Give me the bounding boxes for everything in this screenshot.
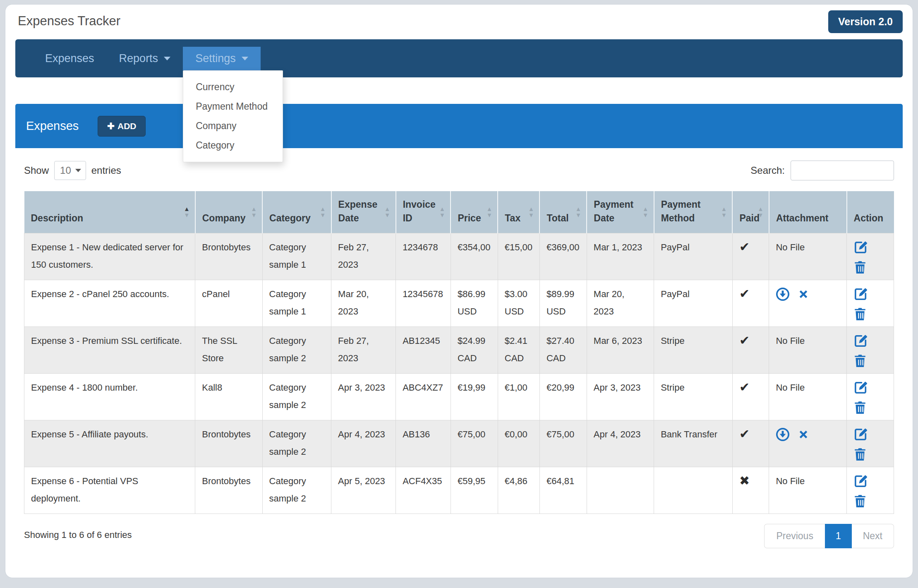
cell-expense-date: Apr 3, 2023 xyxy=(331,373,396,420)
edit-button[interactable] xyxy=(853,240,868,254)
cell-payment-date: Mar 20, 2023 xyxy=(587,280,654,326)
nav-settings-wrap: Settings Currency Payment Method Company… xyxy=(183,47,261,70)
column-header-price[interactable]: Price ▲▼ xyxy=(451,191,498,233)
delete-button[interactable] xyxy=(853,401,867,415)
expenses-panel-header: Expenses ✚ ADD xyxy=(15,104,903,148)
cell-invoice-id: AB136 xyxy=(396,420,451,467)
nav-item-settings[interactable]: Settings xyxy=(183,47,261,70)
cell-description: Expense 4 - 1800 number. xyxy=(24,373,195,420)
column-header-tax[interactable]: Tax ▲▼ xyxy=(498,191,539,233)
edit-button[interactable] xyxy=(853,427,868,442)
sort-arrows-icon: ▲▼ xyxy=(575,206,581,218)
nav-item-expenses[interactable]: Expenses xyxy=(33,47,107,70)
cell-tax: €1,00 xyxy=(498,373,539,420)
cell-company: cPanel xyxy=(195,280,262,326)
column-header-action: Action xyxy=(847,191,894,233)
pagination-next-button[interactable]: Next xyxy=(852,524,894,548)
column-header-payment-date[interactable]: Payment Date ▲▼ xyxy=(587,191,654,233)
column-header-paid[interactable]: Paid ▲▼ xyxy=(732,191,769,233)
search-input[interactable] xyxy=(791,161,894,180)
delete-button[interactable] xyxy=(853,494,867,508)
cell-payment-method: Stripe xyxy=(654,373,733,420)
paid-check-icon: ✔ xyxy=(739,287,750,300)
page-length-select[interactable]: 10 xyxy=(54,161,86,180)
sort-arrows-icon: ▲▼ xyxy=(184,206,190,218)
cell-company: Kall8 xyxy=(195,373,262,420)
delete-button[interactable] xyxy=(853,447,867,461)
cell-paid: ✔ xyxy=(732,280,769,326)
column-header-invoice-id[interactable]: Invoice ID ▲▼ xyxy=(396,191,451,233)
cell-description: Expense 6 - Potential VPS deployment. xyxy=(24,467,195,514)
column-header-description[interactable]: Description ▲▼ xyxy=(24,191,195,233)
cell-tax: €0,00 xyxy=(498,420,539,467)
cell-tax: $2.41 CAD xyxy=(498,326,539,373)
cell-paid: ✔ xyxy=(732,373,769,420)
column-header-company[interactable]: Company ▲▼ xyxy=(195,191,262,233)
column-header-total[interactable]: Total ▲▼ xyxy=(539,191,587,233)
table-row: Expense 6 - Potential VPS deployment. Br… xyxy=(24,467,894,514)
cell-category: Category sample 2 xyxy=(262,326,331,373)
cell-company: Brontobytes xyxy=(195,420,262,467)
delete-button[interactable] xyxy=(853,354,867,368)
cell-action xyxy=(847,233,894,280)
expenses-table: Description ▲▼ Company ▲▼ Category ▲▼ xyxy=(24,191,894,514)
edit-button[interactable] xyxy=(853,380,868,395)
add-expense-button[interactable]: ✚ ADD xyxy=(98,116,146,137)
delete-button[interactable] xyxy=(853,307,867,321)
cell-company: Brontobytes xyxy=(195,233,262,280)
edit-button[interactable] xyxy=(853,286,868,301)
pagination-page-1-button[interactable]: 1 xyxy=(825,524,852,548)
cell-paid: ✖ xyxy=(732,467,769,514)
expenses-panel: Expenses ✚ ADD Show 10 entries Search: xyxy=(15,104,903,565)
cell-price: €354,00 xyxy=(451,233,498,280)
column-header-payment-method[interactable]: Payment Method ▲▼ xyxy=(654,191,733,233)
cell-expense-date: Mar 20, 2023 xyxy=(331,280,396,326)
cell-attachment xyxy=(769,420,847,467)
sort-arrows-icon: ▲▼ xyxy=(251,206,257,218)
paid-check-icon: ✔ xyxy=(739,380,750,394)
remove-icon xyxy=(797,288,810,300)
trash-icon xyxy=(853,307,867,321)
entries-label: entries xyxy=(91,165,121,176)
menu-item-category[interactable]: Category xyxy=(183,136,283,155)
cell-description: Expense 1 - New dedicated server for 150… xyxy=(24,233,195,280)
remove-attachment-button[interactable] xyxy=(797,428,810,441)
edit-button[interactable] xyxy=(853,333,868,348)
cell-category: Category sample 1 xyxy=(262,280,331,326)
remove-attachment-button[interactable] xyxy=(797,288,810,300)
cell-price: €59,95 xyxy=(451,467,498,514)
plus-icon: ✚ xyxy=(107,122,115,130)
column-header-expense-date[interactable]: Expense Date ▲▼ xyxy=(331,191,396,233)
edit-button[interactable] xyxy=(853,473,868,488)
cell-expense-date: Feb 27, 2023 xyxy=(331,233,396,280)
cell-description: Expense 5 - Affiliate payouts. xyxy=(24,420,195,467)
menu-item-payment-method[interactable]: Payment Method xyxy=(183,97,283,116)
cell-attachment: No File xyxy=(769,233,847,280)
cell-paid: ✔ xyxy=(732,420,769,467)
nav-item-reports[interactable]: Reports xyxy=(107,47,183,70)
paid-check-icon: ✔ xyxy=(739,427,750,441)
download-attachment-button[interactable] xyxy=(776,427,790,442)
panel-title: Expenses xyxy=(26,119,79,133)
sort-arrows-icon: ▲▼ xyxy=(757,206,764,218)
menu-item-currency[interactable]: Currency xyxy=(183,77,283,97)
cell-invoice-id: AB12345 xyxy=(396,326,451,373)
column-header-category[interactable]: Category ▲▼ xyxy=(262,191,331,233)
page-length-value: 10 xyxy=(60,165,71,176)
delete-button[interactable] xyxy=(853,260,867,274)
chevron-down-icon xyxy=(75,169,81,172)
sort-arrows-icon: ▲▼ xyxy=(528,206,535,218)
cell-expense-date: Feb 27, 2023 xyxy=(331,326,396,373)
pagination-previous-button[interactable]: Previous xyxy=(764,524,825,548)
menu-item-company[interactable]: Company xyxy=(183,116,283,136)
cell-total: $89.99 USD xyxy=(539,280,587,326)
cell-action xyxy=(847,420,894,467)
download-attachment-button[interactable] xyxy=(776,287,790,301)
search-label: Search: xyxy=(750,165,785,176)
table-row: Expense 3 - Premium SSL certificate. The… xyxy=(24,326,894,373)
sort-arrows-icon: ▲▼ xyxy=(642,206,649,218)
cell-category: Category sample 2 xyxy=(262,467,331,514)
cell-invoice-id: 1234678 xyxy=(396,233,451,280)
chevron-down-icon xyxy=(164,57,170,60)
expenses-panel-body: Show 10 entries Search: xyxy=(15,148,903,565)
